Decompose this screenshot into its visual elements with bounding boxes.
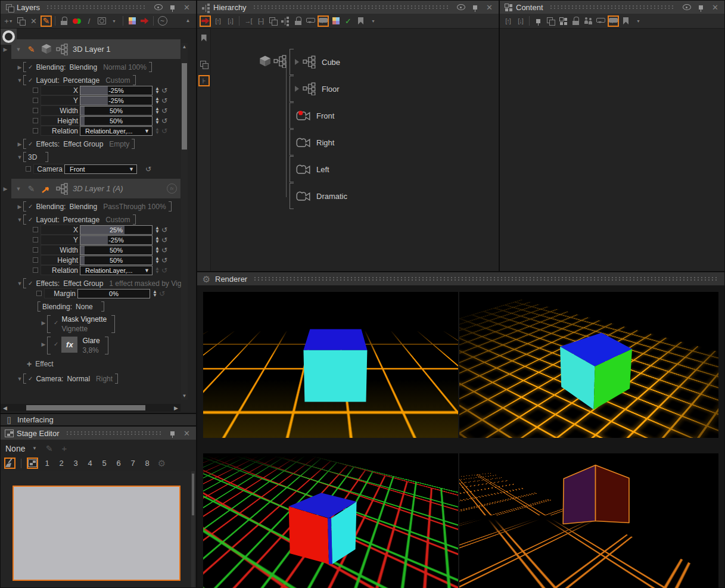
reset-icon[interactable]: ↺	[161, 246, 167, 254]
branch-mode-icon[interactable]: ⊦	[198, 75, 210, 86]
x-field[interactable]: -25%	[80, 86, 153, 95]
reset-icon[interactable]: ↺	[161, 86, 167, 95]
eye-icon[interactable]	[455, 2, 466, 13]
reset-icon[interactable]: ↺	[161, 236, 167, 244]
comment-filled-icon[interactable]	[318, 15, 329, 27]
red-arrow-icon[interactable]	[200, 15, 211, 27]
edit-pencil-icon[interactable]: ✎	[41, 15, 52, 27]
tree-node-front[interactable]: Front	[290, 102, 334, 129]
checkbox[interactable]	[33, 257, 38, 263]
stepper[interactable]: ▲▼	[153, 290, 157, 297]
pin-icon[interactable]	[167, 428, 178, 439]
y-field[interactable]: -25%	[80, 96, 153, 105]
close-icon[interactable]: ✕	[181, 428, 192, 439]
collapse-icon[interactable]: ▼	[15, 186, 22, 192]
panel-drag-texture[interactable]	[46, 5, 147, 10]
camera-section[interactable]: ▼ ✓ Camera: Normal Right	[16, 374, 196, 384]
width-field[interactable]: 50%	[80, 245, 153, 255]
stage-slot-5[interactable]: 5	[99, 459, 110, 468]
stepper[interactable]: ▲▼	[155, 117, 160, 125]
duplicate-icon[interactable]	[545, 15, 556, 27]
pin-icon[interactable]	[469, 2, 481, 13]
preset-dropdown[interactable]: None	[5, 444, 25, 453]
edit-pencil-icon[interactable]: ✎	[43, 443, 55, 454]
move-down-icon[interactable]: [↓]	[515, 15, 526, 27]
check-icon[interactable]: ✓	[54, 319, 58, 326]
stage-slot-3[interactable]: 3	[70, 459, 81, 468]
checkbox[interactable]	[33, 237, 38, 242]
checkbox[interactable]	[33, 108, 38, 113]
edit-pencil-icon[interactable]: ✎	[26, 183, 37, 194]
slash-icon[interactable]: /	[83, 15, 95, 27]
move-icon[interactable]: +	[58, 443, 70, 454]
width-field[interactable]: 50%	[80, 106, 153, 116]
close-icon[interactable]: ✕	[484, 2, 495, 13]
expander-icon[interactable]: ▶	[40, 341, 47, 347]
stage-canvas[interactable]	[1, 471, 196, 587]
reset-icon[interactable]: ↺	[161, 117, 167, 125]
effect-item-glare[interactable]: ▶ ✓ fx Glare 3,8%	[40, 337, 196, 354]
reset-icon[interactable]: ↺	[161, 107, 167, 115]
panel-drag-texture[interactable]	[549, 5, 675, 10]
reset-icon[interactable]: ↺	[161, 226, 167, 234]
expander-icon[interactable]: ▶	[16, 204, 23, 210]
layer-row-3d-layer-1a[interactable]: ▶ ▼ ✎ 3D Layer 1 (A) fx	[2, 179, 181, 198]
wrap-icon[interactable]: [–]	[255, 15, 266, 27]
color-checker-icon[interactable]	[330, 15, 341, 27]
bookmark-icon[interactable]	[198, 32, 210, 43]
thumbnail-grid-icon[interactable]	[558, 15, 569, 27]
solo-mute-icon[interactable]	[71, 15, 82, 27]
stage-slot-8[interactable]: 8	[142, 459, 153, 468]
height-field[interactable]: 50%	[80, 116, 153, 126]
stage-slot-2[interactable]: 2	[56, 459, 67, 468]
tree-node-floor[interactable]: Floor	[290, 76, 340, 102]
tag-icon[interactable]	[533, 15, 544, 27]
viewport-stereo[interactable]	[203, 453, 458, 588]
insert-icon[interactable]: →[	[242, 15, 254, 27]
pin-icon[interactable]	[167, 2, 178, 13]
relation-dropdown[interactable]: RelationLayer,...▼	[80, 126, 153, 136]
stage-screen-preview[interactable]	[13, 486, 181, 581]
expander-icon[interactable]: ▼	[16, 281, 23, 287]
eye-icon[interactable]	[681, 2, 692, 13]
stage-slot-7[interactable]: 7	[127, 459, 138, 468]
expander-icon[interactable]	[295, 86, 302, 92]
expander-icon[interactable]: ▶	[16, 141, 23, 147]
expander-icon[interactable]	[295, 59, 302, 65]
y-field[interactable]: -25%	[80, 235, 153, 245]
comment-icon[interactable]	[595, 15, 606, 27]
bookmark-icon[interactable]	[355, 15, 366, 27]
stepper[interactable]: ▲▼	[155, 226, 160, 234]
lock-icon[interactable]	[570, 15, 581, 27]
tree-node-dramatic[interactable]: Dramatic	[290, 183, 347, 209]
scrollbar-thumb[interactable]	[182, 63, 187, 150]
lock-icon[interactable]	[293, 15, 304, 27]
expander-icon[interactable]: ▼	[16, 154, 23, 160]
checkbox[interactable]	[33, 247, 38, 253]
delete-icon[interactable]: ✕	[28, 15, 39, 27]
checkbox[interactable]	[33, 118, 38, 123]
scrollbar-thumb[interactable]	[26, 405, 145, 410]
dropdown-arrow-icon[interactable]: ▼	[29, 443, 40, 454]
interfacing-panel[interactable]: Interfacing	[0, 413, 197, 426]
move-down-icon[interactable]: [↓]	[225, 15, 236, 27]
pin-icon[interactable]	[695, 2, 707, 13]
vertical-scrollbar[interactable]	[191, 471, 195, 587]
layer-expander-icon[interactable]: ▶	[2, 186, 9, 192]
check-icon[interactable]: ✓	[28, 141, 33, 147]
duplicate-icon[interactable]	[15, 15, 27, 27]
panel-drag-texture[interactable]	[66, 431, 161, 435]
tree-root-node[interactable]	[259, 48, 288, 74]
blending-section[interactable]: ▶ ✓ Blending: Blending Normal 100%	[16, 62, 196, 72]
gear-icon[interactable]: ⚙	[156, 458, 167, 469]
check-icon[interactable]: ✓	[28, 64, 33, 70]
tree-node-left[interactable]: Left	[290, 156, 329, 182]
comment-icon[interactable]	[305, 15, 316, 27]
expander-icon[interactable]: ▼	[16, 77, 23, 83]
stepper[interactable]: ▲▼	[155, 237, 160, 244]
duplicate-icon[interactable]	[198, 59, 210, 70]
checkbox[interactable]	[33, 98, 38, 103]
check-icon[interactable]: ✓	[28, 375, 33, 382]
inner-blending-section[interactable]: Blending: None	[38, 301, 196, 312]
move-up-icon[interactable]: [↑]	[212, 15, 223, 27]
